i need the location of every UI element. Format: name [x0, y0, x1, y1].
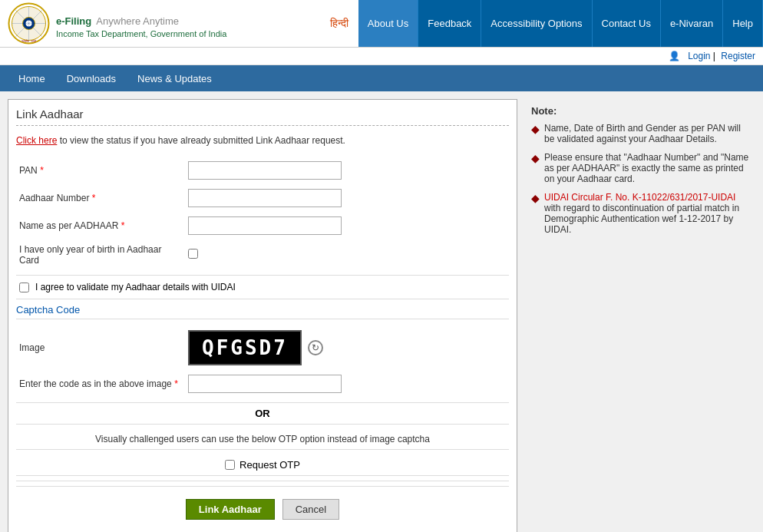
aadhaar-row: Aadhaar Number * [16, 184, 509, 212]
emblem-icon: सत्यमेव जयते [8, 2, 50, 45]
nav-feedback[interactable]: Feedback [418, 0, 481, 47]
form-table: PAN * Aadhaar Number * Name as per AAD [16, 157, 509, 270]
click-here-link[interactable]: Click here [16, 135, 57, 146]
year-only-label: I have only year of birth in Aadhaar Car… [16, 240, 185, 270]
logo-text: e-Filing Anywhere Anytime Income Tax Dep… [56, 9, 226, 38]
nav-e-nivaran[interactable]: e-Nivaran [661, 0, 723, 47]
button-row: Link Aadhaar Cancel [16, 491, 509, 527]
top-right-area: हिन्दी About Us Feedback Accessibility O… [324, 0, 763, 47]
year-only-row: I have only year of birth in Aadhaar Car… [16, 240, 509, 270]
top-bar: सत्यमेव जयते e-Filing Anywhere Anytime I… [0, 0, 763, 48]
click-here-msg: Click here to view the status if you hav… [16, 135, 509, 146]
note-box: Note: ◆ Name, Date of Birth and Gender a… [525, 99, 755, 532]
captcha-section: Captcha Code Image QFGSD7 ↻ Enter the co… [16, 304, 509, 476]
year-only-checkbox[interactable] [188, 249, 198, 259]
login-link[interactable]: Login [688, 51, 710, 61]
nav-news-updates[interactable]: News & Updates [127, 65, 223, 91]
name-input[interactable] [188, 216, 342, 235]
logo-subtitle: Income Tax Department, Government of Ind… [56, 29, 226, 38]
agreement-checkbox[interactable] [19, 283, 29, 292]
uidai-circular-link[interactable]: UIDAI Circular F. No. K-11022/631/2017-U… [544, 192, 735, 203]
otp-message: Visually challenged users can use the be… [16, 429, 509, 450]
divider-1 [16, 481, 509, 481]
pan-row: PAN * [16, 157, 509, 184]
nav-help[interactable]: Help [723, 0, 763, 47]
captcha-input-label: Enter the code as in the above image * [16, 370, 185, 398]
bullet-icon-3: ◆ [531, 192, 540, 204]
name-row: Name as per AADHAAR * [16, 212, 509, 240]
page-content: Link Aadhaar Click here to view the stat… [0, 91, 763, 532]
note-text-2: Please ensure that "Aadhaar Number" and … [544, 152, 749, 184]
pan-input[interactable] [188, 161, 342, 180]
page-title: Link Aadhaar [16, 107, 509, 126]
register-link[interactable]: Register [721, 51, 755, 61]
nav-about-us[interactable]: About Us [358, 0, 418, 47]
user-icon: 👤 [669, 51, 680, 61]
aadhaar-label: Aadhaar Number * [16, 184, 185, 212]
nav-downloads[interactable]: Downloads [56, 65, 127, 91]
agreement-row: I agree to validate my Aadhaar details w… [16, 275, 509, 299]
note-list: ◆ Name, Date of Birth and Gender as per … [531, 123, 749, 235]
nav-accessibility[interactable]: Accessibility Options [481, 0, 592, 47]
top-nav: About Us Feedback Accessibility Options … [358, 0, 763, 47]
note-item-2: ◆ Please ensure that "Aadhaar Number" an… [531, 152, 749, 184]
bullet-icon-1: ◆ [531, 123, 540, 135]
note-title: Note: [531, 105, 749, 117]
request-otp-checkbox[interactable] [225, 460, 235, 470]
captcha-image: QFGSD7 [188, 330, 302, 365]
nav-contact-us[interactable]: Contact Us [593, 0, 661, 47]
or-divider: OR [16, 402, 509, 425]
login-bar: 👤 Login | Register [0, 48, 763, 65]
request-otp-label: Request OTP [239, 459, 300, 471]
logo-area: सत्यमेव जयते e-Filing Anywhere Anytime I… [0, 0, 234, 48]
agreement-text: I agree to validate my Aadhaar details w… [35, 282, 236, 292]
note-item-3: ◆ UIDAI Circular F. No. K-11022/631/2017… [531, 192, 749, 235]
captcha-table: Image QFGSD7 ↻ Enter the code as in the … [16, 325, 509, 398]
captcha-image-label: Image [16, 325, 185, 370]
refresh-captcha-icon[interactable]: ↻ [308, 340, 323, 355]
note-text-1: Name, Date of Birth and Gender as per PA… [544, 123, 749, 144]
link-aadhaar-button[interactable]: Link Aadhaar [186, 499, 275, 520]
otp-checkbox-row: Request OTP [16, 454, 509, 476]
divider-2 [16, 486, 509, 487]
captcha-title: Captcha Code [16, 304, 509, 319]
note-text-3: UIDAI Circular F. No. K-11022/631/2017-U… [544, 192, 749, 235]
main-nav: Home Downloads News & Updates [0, 65, 763, 91]
captcha-image-row: Image QFGSD7 ↻ [16, 325, 509, 370]
aadhaar-input[interactable] [188, 189, 342, 207]
note-item-1: ◆ Name, Date of Birth and Gender as per … [531, 123, 749, 144]
svg-text:सत्यमेव जयते: सत्यमेव जयते [21, 39, 36, 43]
bullet-icon-2: ◆ [531, 152, 540, 164]
captcha-input[interactable] [188, 375, 342, 393]
pan-label: PAN * [16, 157, 185, 184]
cancel-button[interactable]: Cancel [282, 499, 339, 520]
link-aadhaar-box: Link Aadhaar Click here to view the stat… [8, 99, 517, 532]
captcha-input-row: Enter the code as in the above image * [16, 370, 509, 398]
logo-efiling: e-Filing Anywhere Anytime [56, 9, 226, 29]
name-label: Name as per AADHAAR * [16, 212, 185, 240]
hindi-link[interactable]: हिन्दी [324, 17, 355, 30]
nav-home[interactable]: Home [8, 65, 56, 91]
